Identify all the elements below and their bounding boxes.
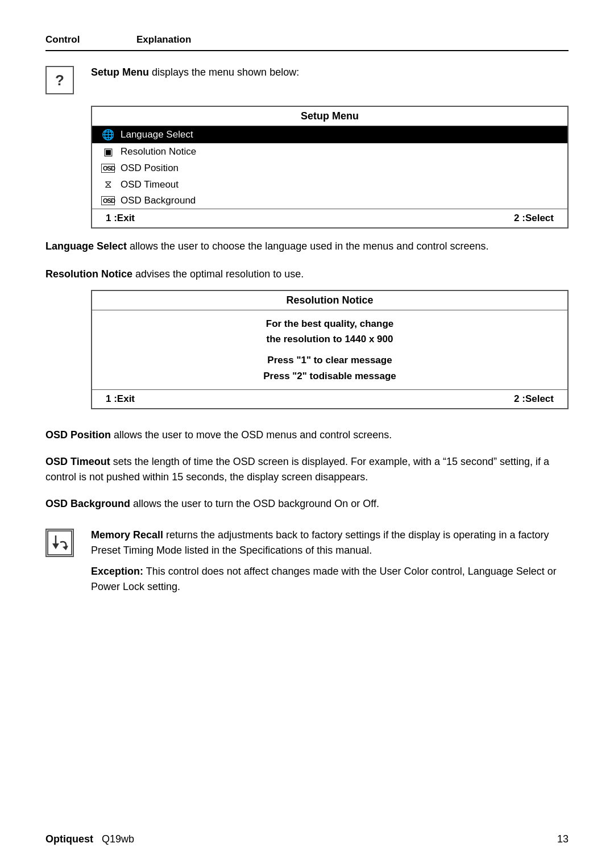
setup-menu-select: 2 :Select: [514, 213, 554, 224]
exception-bold: Exception:: [91, 566, 143, 577]
resolution-notice-title: Resolution Notice: [92, 291, 567, 310]
memory-text-col: Memory Recall returns the adjustments ba…: [91, 528, 569, 605]
exception-text: This control does not affect changes mad…: [91, 566, 557, 592]
memory-recall-icon: [45, 529, 74, 557]
exception-para: Exception: This control does not affect …: [91, 564, 569, 595]
footer-page-number: 13: [557, 833, 569, 845]
memory-recall-section: Memory Recall returns the adjustments ba…: [45, 528, 569, 605]
resolution-notice-label: Resolution Notice: [121, 146, 196, 157]
setup-menu-section: ? Setup Menu displays the menu shown bel…: [45, 65, 569, 94]
content-area: ? Setup Menu displays the menu shown bel…: [45, 65, 569, 616]
setup-menu-box: Setup Menu 🌐 Language Select ▣ Resolutio…: [91, 106, 569, 229]
resolution-line4: Press "2" todisable message: [103, 368, 556, 384]
memory-recall-bold: Memory Recall: [91, 529, 163, 541]
osd-background-para: OSD Background allows the user to turn t…: [45, 496, 569, 512]
svg-rect-0: [48, 531, 72, 555]
menu-item-osd-background: OSD OSD Background: [92, 193, 567, 209]
resolution-notice-box: Resolution Notice For the best quality, …: [91, 290, 569, 409]
menu-item-language-select: 🌐 Language Select: [92, 126, 567, 143]
osd-position-label: OSD Position: [121, 163, 179, 174]
resolution-spacer: [103, 347, 556, 352]
setup-intro-para: Setup Menu displays the menu shown below…: [91, 65, 569, 80]
setup-menu-exit: 1 :Exit: [106, 213, 135, 224]
menu-item-osd-timeout: ⧖ OSD Timeout: [92, 176, 567, 193]
setup-menu-title: Setup Menu: [92, 107, 567, 126]
question-mark-icon: ?: [45, 66, 74, 94]
osd-position-para: OSD Position allows the user to move the…: [45, 427, 569, 443]
page-footer: Optiquest Q19wb 13: [45, 833, 569, 845]
resolution-line1: For the best quality, change: [103, 316, 556, 331]
svg-marker-3: [63, 546, 68, 550]
resolution-select: 2 :Select: [514, 393, 554, 405]
osd-timeout-label: OSD Timeout: [121, 179, 179, 190]
setup-menu-bold-label: Setup Menu: [91, 67, 149, 78]
memory-recall-para: Memory Recall returns the adjustments ba…: [91, 528, 569, 558]
language-select-label: Language Select: [121, 129, 193, 140]
globe-icon: 🌐: [101, 128, 115, 141]
footer-brand: Optiquest: [45, 833, 93, 845]
resolution-exit: 1 :Exit: [106, 393, 135, 405]
setup-icon-col: ?: [45, 65, 91, 94]
memory-recall-svg: [47, 530, 73, 556]
memory-icon-col: [45, 528, 91, 557]
resolution-notice-body: For the best quality, change the resolut…: [92, 310, 567, 389]
setup-menu-footer: 1 :Exit 2 :Select: [92, 209, 567, 227]
clock-icon: ⧖: [101, 178, 115, 190]
osd-background-label: OSD Background: [121, 195, 196, 206]
language-select-bold: Language Select: [45, 240, 127, 252]
monitor-icon: ▣: [101, 146, 115, 158]
footer-model: Q19wb: [102, 833, 134, 845]
osd-timeout-para: OSD Timeout sets the length of time the …: [45, 454, 569, 485]
footer-brand-model: Optiquest Q19wb: [45, 833, 134, 845]
osd-timeout-text: sets the length of time the OSD screen i…: [45, 456, 549, 483]
page-container: Control Explanation ? Setup Menu display…: [0, 0, 614, 868]
svg-marker-2: [52, 543, 59, 549]
language-select-text: allows the user to choose the language u…: [130, 240, 488, 252]
osd-background-text: allows the user to turn the OSD backgrou…: [133, 498, 379, 509]
resolution-notice-para: Resolution Notice advises the optimal re…: [45, 267, 569, 282]
osd-background-bold: OSD Background: [45, 498, 130, 509]
osd-position-text: allows the user to move the OSD menus an…: [114, 429, 392, 441]
menu-item-resolution-notice: ▣ Resolution Notice: [92, 143, 567, 160]
setup-intro-text: displays the menu shown below:: [152, 67, 299, 78]
menu-item-osd-position: OSD OSD Position: [92, 160, 567, 176]
resolution-line3: Press "1" to clear message: [103, 352, 556, 368]
osd-position-icon: OSD: [101, 164, 115, 173]
setup-text-col: Setup Menu displays the menu shown below…: [91, 65, 569, 90]
resolution-notice-bold: Resolution Notice: [45, 268, 132, 280]
osd-timeout-bold: OSD Timeout: [45, 456, 110, 467]
language-select-para: Language Select allows the user to choos…: [45, 239, 569, 254]
osd-position-bold: OSD Position: [45, 429, 111, 441]
header-control-label: Control: [45, 34, 136, 45]
header-explanation-label: Explanation: [136, 34, 191, 45]
header-row: Control Explanation: [45, 34, 569, 51]
resolution-line2: the resolution to 1440 x 900: [103, 331, 556, 347]
osd-background-icon: OSD: [101, 196, 115, 205]
resolution-notice-text: advises the optimal resolution to use.: [135, 268, 304, 280]
resolution-notice-footer: 1 :Exit 2 :Select: [92, 389, 567, 408]
